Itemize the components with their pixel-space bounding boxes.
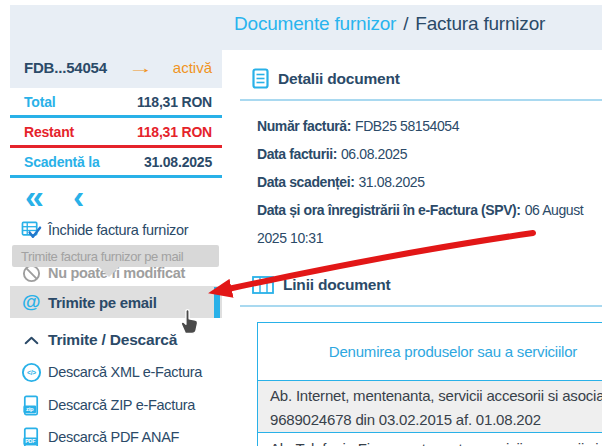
data-facturii-label: Data facturii: (257, 146, 337, 162)
sidebar-scrollbar-thumb[interactable] (214, 287, 220, 318)
row-text-line1: Ab. Telefonie Fixa, mentenanta, servicii… (270, 437, 602, 446)
collapse-all-chevron-icon[interactable]: « (25, 178, 44, 214)
at-icon: @ (20, 291, 42, 313)
breadcrumb-factura-furnizor: Factura furnizor (415, 13, 545, 34)
details-divider (240, 99, 602, 101)
download-pdf-label: Descarcă PDF ANAF (48, 429, 179, 445)
caret-up-icon (20, 336, 42, 345)
download-zip-label: Descarcă ZIP e-Factura (48, 397, 195, 413)
numar-factura-value: FDB25 58154054 (355, 118, 459, 134)
summary-row-total: Total 118,31 RON (10, 88, 222, 118)
invoice-number: FDB...54054 (24, 59, 107, 76)
document-icon (252, 68, 269, 89)
download-xml-label: Descarcă XML e-Factura (48, 364, 202, 380)
scadenta-value: 31.08.2025 (144, 154, 212, 170)
menu-item-download-xml[interactable]: </> Descarcă XML e-Factura (10, 357, 222, 387)
zip-badge-glyph: zip (26, 406, 34, 412)
table-row: Ab. Telefonie Fixa, mentenanta, servicii… (258, 433, 602, 446)
table-row: Ab. Internet, mentenanta, servicii acces… (258, 381, 602, 433)
breadcrumb: Documente furnizor/Factura furnizor (234, 13, 545, 35)
invoice-check-icon (20, 221, 42, 240)
total-value: 118,31 RON (137, 94, 212, 110)
data-scadentei-label: Data scadenței: (257, 174, 354, 190)
invoice-status-badge: activă (173, 59, 212, 76)
detail-line: Data scadenței:31.08.2025 (257, 168, 602, 196)
detail-line: Număr factură:FDB25 58154054 (257, 112, 602, 140)
back-chevron-icon[interactable]: ‹ (73, 178, 84, 214)
arrow-right-icon: → (128, 59, 154, 76)
xml-glyph: </> (27, 368, 36, 375)
summary-row-scadenta: Scadentă la 31.08.2025 (10, 148, 222, 178)
lines-section-header: Linii document (252, 276, 390, 294)
xml-code-circle-icon: </> (20, 362, 42, 383)
email-tooltip: Trimite factura furnizor pe mail (12, 245, 219, 267)
summary-row-restant: Restant 118,31 RON (10, 118, 222, 148)
restant-value: 118,31 RON (137, 124, 212, 140)
data-scadentei-value: 31.08.2025 (358, 174, 424, 190)
section-header-trimite-descarca[interactable]: Trimite / Descarcă (10, 327, 222, 353)
tooltip-text: Trimite factura furnizor pe mail (21, 249, 183, 264)
section-title-label: Trimite / Descarcă (48, 331, 177, 349)
table-column-header: Denumirea produselor sau a serviciilor (258, 323, 602, 381)
row-text-line1: Ab. Internet, mentenanta, servicii acces… (270, 384, 602, 408)
scadenta-label: Scadentă la (24, 154, 100, 170)
numar-factura-label: Număr factură: (257, 118, 351, 134)
breadcrumb-documente-furnizor[interactable]: Documente furnizor (234, 13, 396, 34)
document-lines-table: Denumirea produselor sau a serviciilor A… (257, 322, 602, 446)
invoice-header-row: FDB...54054 → activă (24, 59, 212, 76)
detail-line: Data și ora înregistrării în e-Factura (… (257, 196, 602, 252)
breadcrumb-separator: / (403, 13, 408, 34)
app-window: Documente furnizor/Factura furnizor FDB.… (0, 0, 602, 446)
lines-section-title: Linii document (283, 276, 390, 294)
zip-file-icon: zip (20, 395, 42, 416)
tooltip-caret (98, 266, 120, 277)
details-section-title: Detalii document (278, 70, 400, 88)
total-label: Total (24, 94, 55, 110)
detail-line: Data facturii:06.08.2025 (257, 140, 602, 168)
sidebar: FDB...54054 → activă Total 118,31 RON Re… (10, 0, 222, 446)
menu-item-send-email[interactable]: @ Trimite pe email (10, 286, 222, 318)
menu-item-close-invoice[interactable]: Închide factura furnizor (10, 216, 222, 244)
data-inregistrarii-label: Data și ora înregistrării în e-Factura (… (257, 202, 521, 218)
pdf-file-icon: PDF (20, 427, 42, 446)
restant-label: Restant (24, 124, 74, 140)
menu-item-label: Închide factura furnizor (48, 222, 188, 238)
details-section-header: Detalii document (252, 68, 400, 89)
menu-item-download-pdf[interactable]: PDF Descarcă PDF ANAF (10, 421, 222, 446)
data-facturii-value: 06.08.2025 (341, 146, 407, 162)
document-details: Număr factură:FDB25 58154054 Data factur… (257, 112, 602, 252)
row-text-line2: 9689024678 din 03.02.2015 af. 01.08.202 (270, 408, 602, 432)
table-icon (252, 276, 274, 294)
menu-item-download-zip[interactable]: zip Descarcă ZIP e-Factura (10, 389, 222, 421)
lines-divider (240, 305, 602, 307)
pdf-badge-glyph: PDF (25, 438, 36, 444)
send-email-label: Trimite pe email (48, 294, 157, 311)
